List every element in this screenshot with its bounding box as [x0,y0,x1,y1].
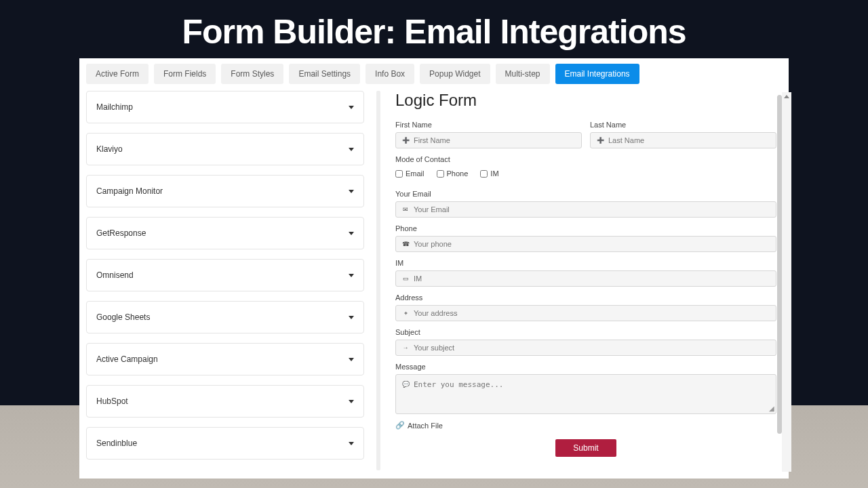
tab-bar: Active Form Form Fields Form Styles Emai… [79,58,789,87]
first-name-label: First Name [395,121,582,129]
attach-file-link[interactable]: 🔗Attach File [395,421,776,430]
integration-google-sheets[interactable]: Google Sheets [86,301,364,333]
resize-handle-icon[interactable]: ◢ [769,405,774,412]
location-icon: ⌖ [401,309,410,317]
contact-email-label: Email [406,169,425,178]
window-scrollbar[interactable] [782,92,791,472]
first-name-input[interactable] [414,136,576,144]
integration-label: HubSpot [96,396,128,406]
preview-scrollbar[interactable] [777,95,782,434]
id-card-icon: ▭ [401,274,410,283]
integration-label: Campaign Monitor [96,186,163,196]
phone-input[interactable] [414,240,770,248]
page-overlay-title: Form Builder: Email Integrations [0,0,868,58]
integration-getresponse[interactable]: GetResponse [86,217,364,249]
paperclip-icon: 🔗 [395,421,405,430]
integration-mailchimp[interactable]: Mailchimp [86,91,364,123]
tab-active-form[interactable]: Active Form [86,64,149,84]
tab-form-styles[interactable]: Form Styles [221,64,283,84]
integration-sendinblue[interactable]: Sendinblue [86,427,364,460]
integration-omnisend[interactable]: Omnisend [86,259,364,291]
integration-active-campaign[interactable]: Active Campaign [86,343,364,375]
arrow-right-icon: → [401,344,410,352]
integration-hubspot[interactable]: HubSpot [86,385,364,418]
chat-bubble-icon: 💬 [401,380,410,388]
integration-label: GetResponse [96,228,146,238]
subject-input[interactable] [414,344,770,352]
address-label: Address [395,293,776,302]
caret-down-icon [349,316,354,319]
integration-label: Google Sheets [96,312,150,322]
integration-label: Mailchimp [96,102,133,112]
integration-label: Active Campaign [96,354,158,364]
contact-phone-label: Phone [447,169,469,178]
submit-button[interactable]: Submit [555,439,616,457]
caret-down-icon [349,190,354,193]
caret-down-icon [349,400,354,403]
im-label: IM [395,259,776,267]
subject-label: Subject [395,328,776,336]
integration-label: Omnisend [96,270,134,280]
message-textarea[interactable] [414,380,770,410]
tab-multi-step[interactable]: Multi-step [496,64,550,84]
integration-campaign-monitor[interactable]: Campaign Monitor [86,175,364,207]
phone-label: Phone [395,224,776,232]
email-input[interactable] [414,205,770,214]
contact-email-checkbox[interactable] [395,170,403,178]
contact-im-checkbox[interactable] [480,170,488,178]
panel-divider [376,91,380,470]
email-label: Your Email [395,190,776,198]
form-title: Logic Form [395,91,776,110]
integration-label: Sendinblue [96,439,137,448]
form-preview-panel: Logic Form First Name ➕ Last Name ➕ [393,91,782,470]
first-name-input-wrap: ➕ [395,132,582,148]
caret-down-icon [349,106,354,109]
app-window: Active Form Form Fields Form Styles Emai… [79,58,789,479]
plus-circle-icon: ➕ [596,136,604,144]
tab-form-fields[interactable]: Form Fields [154,64,216,84]
caret-down-icon [349,274,354,277]
caret-down-icon [349,232,354,235]
phone-icon: ☎ [401,240,410,248]
tab-info-box[interactable]: Info Box [366,64,414,84]
integration-klaviyo[interactable]: Klaviyo [86,133,364,165]
tab-popup-widget[interactable]: Popup Widget [420,64,490,84]
caret-down-icon [349,358,354,361]
attach-file-label: Attach File [408,422,443,430]
last-name-input-wrap: ➕ [590,132,776,148]
plus-circle-icon: ➕ [401,136,410,144]
contact-mode-label: Mode of Contact [395,155,776,163]
last-name-label: Last Name [590,121,776,129]
address-input[interactable] [414,309,770,317]
last-name-input[interactable] [608,136,770,144]
message-label: Message [395,363,776,371]
contact-phone-checkbox[interactable] [437,170,444,178]
caret-down-icon [349,148,354,151]
im-input[interactable] [414,274,770,283]
tab-email-integrations[interactable]: Email Integrations [555,64,639,84]
tab-email-settings[interactable]: Email Settings [289,64,360,84]
integration-label: Klaviyo [96,144,123,154]
contact-im-label: IM [490,169,498,178]
integrations-panel: Mailchimp Klaviyo Campaign Monitor GetRe… [86,91,364,470]
caret-down-icon [349,442,354,445]
envelope-icon: ✉ [401,205,410,214]
